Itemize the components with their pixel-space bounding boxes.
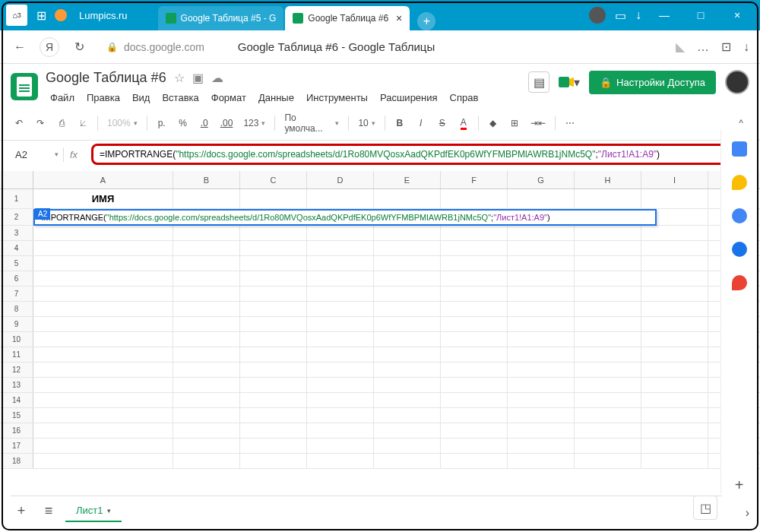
cell[interactable] xyxy=(307,393,374,407)
row-header[interactable]: 5 xyxy=(0,256,33,271)
strikethrough-button[interactable]: S xyxy=(434,115,451,131)
cell[interactable] xyxy=(441,347,508,362)
doc-title[interactable]: Google Таблица #6 xyxy=(46,70,166,86)
cell[interactable] xyxy=(374,271,441,286)
cell[interactable] xyxy=(441,393,508,407)
cell[interactable] xyxy=(33,378,173,392)
cell[interactable] xyxy=(307,271,374,286)
cell[interactable] xyxy=(173,347,240,362)
cell[interactable] xyxy=(374,332,441,347)
cell[interactable] xyxy=(173,363,240,377)
cell[interactable] xyxy=(508,378,575,392)
cell[interactable] xyxy=(307,423,374,438)
formula-input[interactable]: =IMPORTRANGE("https://docs.google.com/sp… xyxy=(91,144,749,165)
menu-format[interactable]: Формат xyxy=(207,89,251,106)
cell[interactable] xyxy=(33,363,173,377)
cell[interactable] xyxy=(374,241,441,255)
cell[interactable] xyxy=(641,363,708,377)
cell[interactable] xyxy=(374,347,441,362)
cell[interactable] xyxy=(307,302,374,316)
cell[interactable] xyxy=(508,241,575,255)
row-header[interactable]: 14 xyxy=(0,393,33,407)
currency-button[interactable]: р. xyxy=(154,115,170,131)
cell[interactable] xyxy=(641,256,708,271)
font-size-select[interactable]: 10 xyxy=(355,116,378,130)
cell[interactable] xyxy=(240,423,307,438)
cell[interactable] xyxy=(33,393,173,407)
add-sheet-button[interactable]: + xyxy=(11,501,32,522)
cell[interactable] xyxy=(441,439,508,453)
paint-format-button[interactable]: ⟀ xyxy=(74,115,91,131)
new-window-icon[interactable]: ⊞ xyxy=(33,8,49,23)
cell[interactable] xyxy=(641,226,708,240)
home-icon[interactable]: ⌂3 xyxy=(6,5,27,26)
row-header[interactable]: 6 xyxy=(0,271,33,286)
history-icon[interactable]: ▤ xyxy=(528,71,549,93)
cell[interactable] xyxy=(575,347,641,362)
cell[interactable] xyxy=(374,378,441,392)
cell[interactable] xyxy=(374,363,441,377)
cell[interactable] xyxy=(33,454,173,468)
cell[interactable] xyxy=(641,241,708,255)
cell[interactable] xyxy=(374,393,441,407)
cell-editor[interactable]: =IMPORTRANGE("https://docs.google.com/sp… xyxy=(33,209,657,226)
cloud-icon[interactable]: ☁ xyxy=(211,71,223,85)
number-format-select[interactable]: 123 xyxy=(240,116,268,130)
name-box[interactable]: A2 xyxy=(11,147,64,162)
row-header[interactable]: 10 xyxy=(0,332,33,347)
column-header[interactable]: I xyxy=(641,171,708,188)
cell[interactable] xyxy=(173,226,240,240)
cell[interactable] xyxy=(307,439,374,453)
bold-button[interactable]: B xyxy=(391,115,408,131)
cell[interactable] xyxy=(240,332,307,347)
menu-help[interactable]: Справ xyxy=(445,89,483,106)
cell[interactable] xyxy=(441,363,508,377)
menu-insert[interactable]: Вставка xyxy=(157,89,203,106)
cell[interactable] xyxy=(641,423,708,438)
cell[interactable] xyxy=(240,226,307,240)
cell[interactable] xyxy=(508,454,575,468)
cell[interactable] xyxy=(240,393,307,407)
cell[interactable] xyxy=(508,347,575,362)
panel-icon[interactable]: ▭ xyxy=(615,8,626,23)
column-header[interactable]: F xyxy=(441,171,508,188)
fill-color-button[interactable]: ◆ xyxy=(485,115,502,131)
bookmark-icon[interactable]: ◣ xyxy=(676,40,685,54)
cell[interactable] xyxy=(307,363,374,377)
cell[interactable] xyxy=(33,302,173,316)
cell[interactable] xyxy=(240,363,307,377)
cell[interactable] xyxy=(641,317,708,331)
cell[interactable]: ИМЯ xyxy=(33,189,173,208)
cell[interactable] xyxy=(33,332,173,347)
column-header[interactable]: E xyxy=(374,171,441,188)
menu-icon[interactable]: … xyxy=(697,40,709,54)
cell[interactable] xyxy=(508,256,575,271)
cell[interactable] xyxy=(33,423,173,438)
cell[interactable] xyxy=(508,317,575,331)
cell[interactable] xyxy=(441,423,508,438)
cell[interactable] xyxy=(240,454,307,468)
reload-button[interactable]: ↻ xyxy=(70,38,88,56)
move-icon[interactable]: ▣ xyxy=(192,71,204,85)
cell[interactable] xyxy=(240,189,307,208)
cell[interactable] xyxy=(173,241,240,255)
cell[interactable] xyxy=(33,241,173,255)
account-avatar[interactable] xyxy=(725,70,749,94)
cell[interactable] xyxy=(641,393,708,407)
minimize-button[interactable]: — xyxy=(651,0,678,30)
cell[interactable] xyxy=(307,241,374,255)
cell[interactable] xyxy=(240,241,307,255)
column-header[interactable]: A xyxy=(33,171,173,188)
cell[interactable] xyxy=(33,408,173,423)
cell[interactable] xyxy=(33,439,173,453)
cell[interactable] xyxy=(575,256,641,271)
cell[interactable] xyxy=(441,189,508,208)
column-header[interactable]: H xyxy=(575,171,641,188)
cell[interactable] xyxy=(173,317,240,331)
cell[interactable] xyxy=(441,241,508,255)
cell[interactable] xyxy=(173,423,240,438)
cell[interactable] xyxy=(641,287,708,301)
cell[interactable] xyxy=(441,256,508,271)
cell[interactable] xyxy=(508,439,575,453)
cell[interactable] xyxy=(307,408,374,423)
